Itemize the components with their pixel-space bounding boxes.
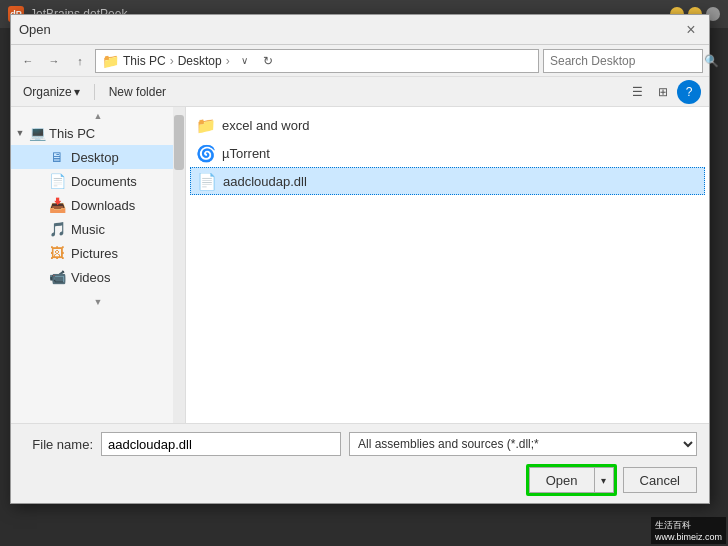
address-dropdown-button[interactable]: ∨	[236, 55, 254, 66]
address-refresh-button[interactable]: ↻	[258, 51, 278, 71]
file-item-excel-word[interactable]: 📁 excel and word	[190, 111, 705, 139]
search-box[interactable]: 🔍	[543, 49, 703, 73]
open-button[interactable]: Open	[529, 467, 594, 493]
sidebar-label-music: Music	[71, 222, 105, 237]
file-name: aadcloudap.dll	[223, 174, 307, 189]
sidebar-label-downloads: Downloads	[71, 198, 135, 213]
nav-toolbar: ← → ↑ 📁 This PC › Desktop › ∨ ↻ 🔍	[11, 45, 709, 77]
app-window: dP JetBrains dotPeek Open × ← → ↑ 📁 This…	[0, 0, 728, 546]
sidebar-scroll-down[interactable]: ▼	[11, 297, 185, 307]
search-input[interactable]	[550, 54, 700, 68]
address-bar[interactable]: 📁 This PC › Desktop › ∨ ↻	[95, 49, 539, 73]
downloads-icon: 📥	[49, 197, 65, 213]
file-list[interactable]: 📁 excel and word 🌀 µTorrent 📄 aadcloudap…	[186, 107, 709, 423]
view-grid-button[interactable]: ⊞	[651, 80, 675, 104]
sidebar-label-desktop: Desktop	[71, 150, 119, 165]
filename-row: File name: All assemblies and sources (*…	[23, 432, 697, 456]
filetype-dropdown[interactable]: All assemblies and sources (*.dll;*	[349, 432, 697, 456]
open-dialog: Open × ← → ↑ 📁 This PC › Desktop › ∨ ↻	[10, 14, 710, 504]
expand-icon: ▼	[15, 128, 25, 138]
dialog-bottom: File name: All assemblies and sources (*…	[11, 423, 709, 503]
address-path: This PC › Desktop ›	[123, 54, 232, 68]
up-button[interactable]: ↑	[69, 50, 91, 72]
documents-icon: 📄	[49, 173, 65, 189]
sidebar-scrollbar-track	[173, 107, 185, 423]
address-folder-icon: 📁	[102, 53, 119, 69]
pictures-icon: 🖼	[49, 245, 65, 261]
folder-icon: 📁	[196, 115, 216, 135]
open-dropdown-button[interactable]: ▾	[594, 467, 614, 493]
view-icons-group: ☰ ⊞ ?	[625, 80, 701, 104]
path-sep-1: ›	[170, 54, 174, 68]
file-item-aadcloudap[interactable]: 📄 aadcloudap.dll	[190, 167, 705, 195]
filename-label: File name:	[23, 437, 93, 452]
sidebar-item-downloads[interactable]: 📥 Downloads	[11, 193, 185, 217]
dialog-close-button[interactable]: ×	[681, 20, 701, 40]
desktop-icon: 🖥	[49, 149, 65, 165]
action-toolbar: Organize ▾ New folder ☰ ⊞ ?	[11, 77, 709, 107]
music-icon: 🎵	[49, 221, 65, 237]
videos-icon: 📹	[49, 269, 65, 285]
sidebar-label-videos: Videos	[71, 270, 111, 285]
sidebar-item-desktop[interactable]: 🖥 Desktop	[11, 145, 185, 169]
dll-icon: 📄	[197, 171, 217, 191]
sidebar-item-label: This PC	[49, 126, 95, 141]
path-part-thispc: This PC	[123, 54, 166, 68]
sidebar: ▲ ▼ 💻 This PC 🖥 Desktop 📄 Documents	[11, 107, 186, 423]
watermark: 生活百科 www.bimeiz.com	[651, 517, 726, 544]
view-help-button[interactable]: ?	[677, 80, 701, 104]
sidebar-item-videos[interactable]: 📹 Videos	[11, 265, 185, 289]
toolbar-divider	[94, 84, 95, 100]
sidebar-scroll-up[interactable]: ▲	[11, 111, 185, 121]
open-button-group: Open ▾	[526, 464, 617, 496]
view-list-button[interactable]: ☰	[625, 80, 649, 104]
sidebar-item-music[interactable]: 🎵 Music	[11, 217, 185, 241]
dialog-title: Open	[19, 22, 681, 37]
file-item-utorrent[interactable]: 🌀 µTorrent	[190, 139, 705, 167]
action-row: Open ▾ Cancel	[23, 464, 697, 496]
this-pc-icon: 💻	[29, 125, 45, 141]
watermark-line2: www.bimeiz.com	[655, 532, 722, 542]
cancel-button[interactable]: Cancel	[623, 467, 697, 493]
dialog-content: ▲ ▼ 💻 This PC 🖥 Desktop 📄 Documents	[11, 107, 709, 423]
file-name: excel and word	[222, 118, 309, 133]
dialog-titlebar: Open ×	[11, 15, 709, 45]
sidebar-scroll-thumb[interactable]	[174, 115, 184, 170]
path-part-desktop: Desktop	[178, 54, 222, 68]
utorrent-icon: 🌀	[196, 143, 216, 163]
new-folder-button[interactable]: New folder	[105, 83, 170, 101]
search-icon[interactable]: 🔍	[704, 54, 719, 68]
sidebar-label-documents: Documents	[71, 174, 137, 189]
path-sep-2: ›	[226, 54, 230, 68]
sidebar-label-pictures: Pictures	[71, 246, 118, 261]
filename-input[interactable]	[101, 432, 341, 456]
forward-button[interactable]: →	[43, 50, 65, 72]
back-button[interactable]: ←	[17, 50, 39, 72]
watermark-line1: 生活百科	[655, 519, 722, 532]
file-name: µTorrent	[222, 146, 270, 161]
sidebar-item-pictures[interactable]: 🖼 Pictures	[11, 241, 185, 265]
sidebar-item-documents[interactable]: 📄 Documents	[11, 169, 185, 193]
organize-button[interactable]: Organize ▾	[19, 83, 84, 101]
sidebar-item-this-pc[interactable]: ▼ 💻 This PC	[11, 121, 185, 145]
